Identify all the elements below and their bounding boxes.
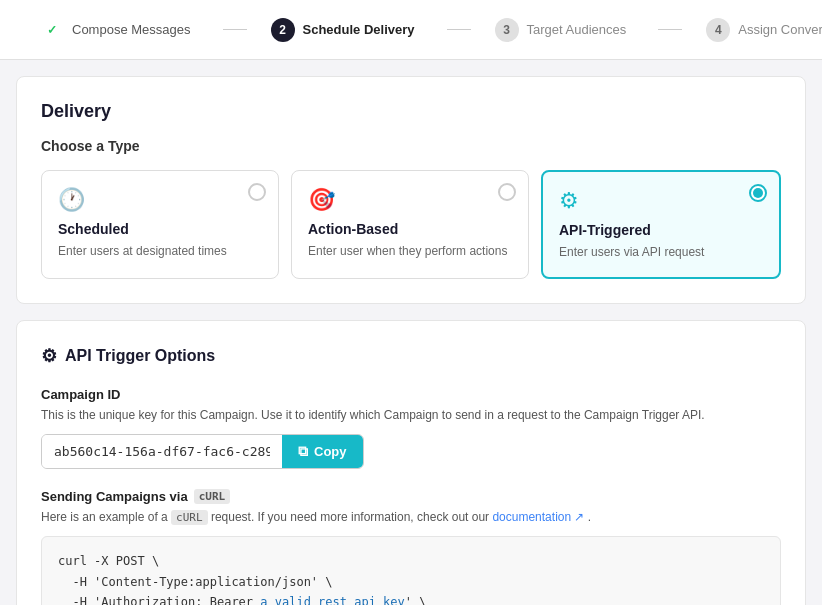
nav-step-assign[interactable]: 4 Assign Conversions [642,18,822,42]
delivery-title: Delivery [41,101,781,122]
action-based-desc: Enter user when they perform actions [308,243,512,260]
code-line-3: -H 'Authorization: Bearer a valid rest a… [58,592,764,605]
api-trigger-title: ⚙ API Trigger Options [41,345,781,367]
type-card-scheduled[interactable]: 🕐 Scheduled Enter users at designated ti… [41,170,279,279]
code-line-2: -H 'Content-Type:application/json' \ [58,572,764,592]
curl-badge: cURL [194,489,231,504]
nav-step-target-label: Target Audiences [527,22,627,37]
choose-type-label: Choose a Type [41,138,781,154]
api-trigger-section: ⚙ API Trigger Options Campaign ID This i… [16,320,806,605]
type-card-api-triggered[interactable]: ⚙ API-Triggered Enter users via API requ… [541,170,781,279]
curl-description: Here is an example of a cURL request. If… [41,508,781,527]
curl-code-block: curl -X POST \ -H 'Content-Type:applicat… [41,536,781,605]
type-cards: 🕐 Scheduled Enter users at designated ti… [41,170,781,279]
nav-step-compose-label: Compose Messages [72,22,191,37]
campaign-id-input[interactable] [42,435,282,468]
nav-step-schedule-label: Schedule Delivery [303,22,415,37]
step-num-schedule: 2 [271,18,295,42]
scheduled-desc: Enter users at designated times [58,243,262,260]
nav-step-schedule[interactable]: 2 Schedule Delivery [207,18,431,42]
documentation-link[interactable]: documentation ↗ [492,510,587,524]
campaign-id-desc: This is the unique key for this Campaign… [41,406,781,424]
step-num-assign: 4 [706,18,730,42]
nav-step-assign-label: Assign Conversions [738,22,822,37]
campaign-id-copy-row: ⧉ Copy [41,434,364,469]
nav-step-compose[interactable]: ✓ Compose Messages [24,18,207,42]
action-based-icon: 🎯 [308,187,512,213]
campaign-id-label: Campaign ID [41,387,781,402]
radio-api-triggered[interactable] [749,184,767,202]
step-num-target: 3 [495,18,519,42]
scheduled-icon: 🕐 [58,187,262,213]
gear-icon: ⚙ [41,345,57,367]
step-num-compose: ✓ [40,18,64,42]
radio-scheduled[interactable] [248,183,266,201]
radio-action-based[interactable] [498,183,516,201]
delivery-section: Delivery Choose a Type 🕐 Scheduled Enter… [16,76,806,304]
action-based-title: Action-Based [308,221,512,237]
scheduled-title: Scheduled [58,221,262,237]
code-line-1: curl -X POST \ [58,551,764,571]
api-triggered-title: API-Triggered [559,222,763,238]
curl-inline-badge: cURL [171,510,208,525]
curl-section-label: Sending Campaigns via cURL [41,489,781,504]
nav-step-target[interactable]: 3 Target Audiences [431,18,643,42]
api-triggered-desc: Enter users via API request [559,244,763,261]
copy-button[interactable]: ⧉ Copy [282,435,363,468]
copy-icon: ⧉ [298,443,308,460]
top-navigation: ✓ Compose Messages 2 Schedule Delivery 3… [0,0,822,60]
type-card-action-based[interactable]: 🎯 Action-Based Enter user when they perf… [291,170,529,279]
api-triggered-icon: ⚙ [559,188,763,214]
